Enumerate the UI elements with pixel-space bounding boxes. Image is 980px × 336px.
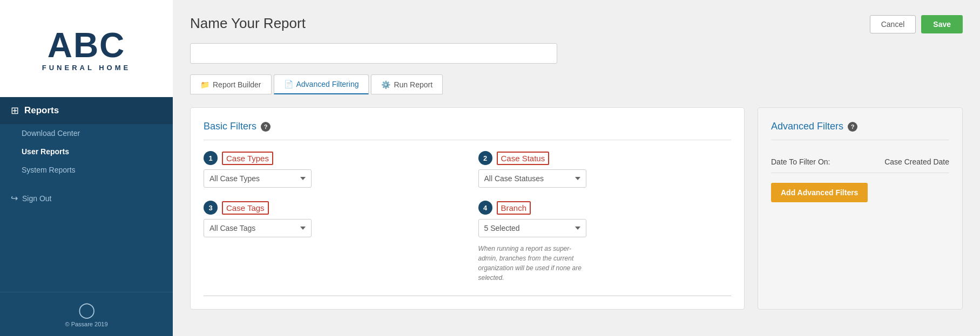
advanced-filters-title: Advanced Filters ? [771, 121, 949, 140]
signout-icon: ↪ [11, 193, 18, 203]
sidebar: ABC FUNERAL HOME ⊞ Reports Download Cent… [0, 0, 173, 336]
case-status-select[interactable]: All Case Statuses Open Closed [478, 169, 586, 188]
case-tags-select[interactable]: All Case Tags Tag 1 Tag 2 [204, 219, 312, 237]
sidebar-item-user-reports[interactable]: User Reports [0, 142, 173, 161]
page-title: Name Your Report [190, 15, 306, 32]
branch-select[interactable]: 5 Selected All Branches [478, 219, 586, 237]
advanced-filters-help-icon[interactable]: ? [848, 122, 857, 132]
run-report-icon: ⚙️ [381, 80, 390, 89]
main-content: Name Your Report Cancel Save 📁 Report Bu… [173, 0, 980, 336]
tab-run-report[interactable]: ⚙️ Run Report [371, 74, 443, 94]
advanced-filters-section: Advanced Filters ? Date To Filter On: Ca… [758, 107, 963, 310]
reports-icon: ⊞ [11, 105, 19, 116]
case-status-label-row: 2 Case Status [478, 151, 732, 165]
case-status-number: 2 [478, 151, 492, 165]
branch-note: When running a report as super-admin, br… [478, 244, 586, 283]
filter-group-case-tags: 3 Case Tags All Case Tags Tag 1 Tag 2 [204, 201, 457, 283]
filters-grid: 1 Case Types All Case Types At Need Pre … [204, 151, 731, 283]
sidebar-item-reports[interactable]: ⊞ Reports [0, 97, 173, 124]
tab-advanced-filtering[interactable]: 📄 Advanced Filtering [274, 74, 369, 94]
branch-label: Branch [497, 201, 531, 215]
sidebar-nav: ⊞ Reports Download Center User Reports S… [0, 97, 173, 292]
case-types-select[interactable]: All Case Types At Need Pre Need [204, 169, 312, 188]
branch-number: 4 [478, 201, 492, 215]
sidebar-reports-label: Reports [24, 105, 59, 116]
sidebar-footer: ◯ © Passare 2019 [0, 292, 173, 336]
logo-name-line1: ABC [42, 28, 131, 63]
report-builder-icon: 📁 [200, 80, 209, 89]
case-types-label-row: 1 Case Types [204, 151, 457, 165]
top-actions: Cancel Save [870, 15, 963, 33]
cancel-button[interactable]: Cancel [870, 15, 916, 33]
basic-filters-help-icon[interactable]: ? [261, 122, 271, 132]
tab-report-builder-label: Report Builder [213, 80, 261, 89]
copyright-text: © Passare 2019 [11, 321, 162, 327]
section-divider [204, 296, 731, 296]
adv-date-key: Date To Filter On: [771, 157, 830, 166]
sidebar-item-download-center[interactable]: Download Center [0, 124, 173, 142]
save-button[interactable]: Save [921, 15, 963, 33]
logo-name-line2: FUNERAL HOME [42, 64, 131, 72]
advanced-date-filter-row: Date To Filter On: Case Created Date [771, 151, 949, 173]
advanced-filtering-icon: 📄 [284, 80, 293, 88]
filter-group-case-status: 2 Case Status All Case Statuses Open Clo… [478, 151, 732, 188]
basic-filters-section: Basic Filters ? 1 Case Types All Case Ty… [190, 107, 745, 310]
filter-group-branch: 4 Branch 5 Selected All Branches When ru… [478, 201, 732, 283]
sidebar-item-system-reports[interactable]: System Reports [0, 161, 173, 179]
top-bar: Name Your Report Cancel Save [190, 15, 963, 33]
logo-container: ABC FUNERAL HOME [0, 0, 173, 97]
case-types-label: Case Types [222, 152, 273, 165]
case-tags-label-row: 3 Case Tags [204, 201, 457, 215]
content-area: Basic Filters ? 1 Case Types All Case Ty… [190, 107, 963, 310]
tabs-bar: 📁 Report Builder 📄 Advanced Filtering ⚙️… [190, 74, 963, 94]
case-tags-label: Case Tags [222, 201, 269, 215]
tab-report-builder[interactable]: 📁 Report Builder [190, 74, 272, 94]
adv-date-val: Case Created Date [884, 157, 949, 166]
case-status-label: Case Status [497, 152, 550, 165]
tab-run-report-label: Run Report [394, 80, 432, 89]
report-name-input[interactable] [190, 43, 557, 64]
signout-label: Sign Out [22, 194, 51, 203]
basic-filters-title: Basic Filters ? [204, 121, 731, 140]
passare-ring-icon: ◯ [11, 301, 162, 319]
add-advanced-filters-button[interactable]: Add Advanced Filters [771, 183, 868, 202]
case-tags-number: 3 [204, 201, 218, 215]
branch-label-row: 4 Branch [478, 201, 732, 215]
signout-button[interactable]: ↪ Sign Out [0, 184, 173, 212]
case-types-number: 1 [204, 151, 218, 165]
tab-advanced-filtering-label: Advanced Filtering [296, 80, 359, 88]
filter-group-case-types: 1 Case Types All Case Types At Need Pre … [204, 151, 457, 188]
